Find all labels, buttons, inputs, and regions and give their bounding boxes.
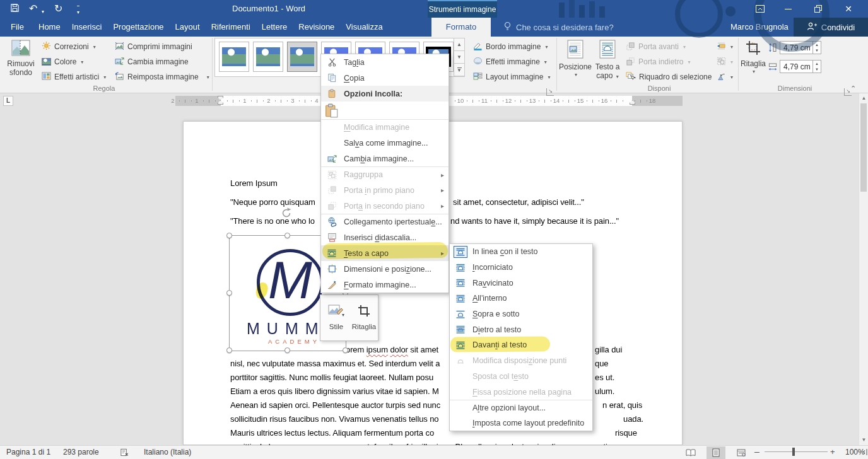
send-backward-button[interactable]: Porta indietro▾ — [626, 55, 690, 69]
menu-item-modifica-immagine[interactable]: Modifica immagine — [321, 119, 449, 135]
picture-style-thumbnail[interactable] — [219, 42, 249, 72]
menu-item-porta-in-primo-piano[interactable]: Porta in primo piano▸ — [321, 182, 449, 198]
menu-item-porta-in-secondo-piano[interactable]: Porta in secondo piano▸ — [321, 198, 449, 214]
image-rotation-handle[interactable] — [280, 207, 293, 222]
color-button[interactable]: Colore▾ — [42, 55, 83, 69]
zoom-percentage[interactable]: 100% — [845, 448, 865, 456]
save-icon[interactable] — [10, 3, 20, 15]
zoom-slider-track[interactable] — [765, 451, 828, 452]
corrections-button[interactable]: Correzioni▾ — [42, 40, 96, 54]
menu-item-opzioni-incolla[interactable]: Opzioni Incolla: — [321, 86, 449, 102]
selection-handle[interactable] — [226, 347, 232, 353]
undo-dropdown-caret[interactable]: ▾ — [42, 6, 44, 18]
tab-stop-selector[interactable]: L — [3, 96, 13, 106]
selection-handle[interactable] — [226, 290, 232, 296]
menu-item-incolla-opzione-immagine[interactable] — [321, 102, 449, 119]
web-layout-button[interactable] — [732, 446, 751, 459]
selection-handle[interactable] — [284, 233, 290, 238]
menu-item-raggruppa[interactable]: Raggruppa▸ — [321, 166, 449, 182]
zoom-fit-icon[interactable] — [863, 448, 868, 458]
picture-styles-dialog-launcher[interactable]: ↘ — [546, 88, 554, 96]
picture-layout-button[interactable]: Layout immagine▾ — [473, 70, 550, 84]
read-mode-button[interactable] — [681, 446, 700, 459]
page-indicator[interactable]: Pagina 1 di 1 — [6, 448, 50, 456]
menu-item-formato-immagine[interactable]: Formato immagine... — [321, 277, 449, 293]
minimize-button[interactable] — [776, 0, 800, 18]
menu-item-altre-opzioni-layout[interactable]: Altre opzioni layout... — [450, 400, 592, 415]
scroll-down-arrow[interactable]: ▼ — [859, 437, 868, 443]
proofing-errors-icon[interactable] — [120, 448, 129, 458]
zoom-in-button[interactable]: + — [830, 447, 835, 456]
undo-button[interactable]: ↶ — [29, 3, 37, 15]
bring-forward-button[interactable]: Porta avanti▾ — [626, 40, 686, 54]
menu-item-dietro-al-testo[interactable]: Dietro al testo — [450, 322, 592, 337]
gallery-scroll-up-button[interactable]: ▲ — [454, 38, 464, 51]
share-button[interactable]: Condividi — [794, 18, 868, 37]
shape-width-field[interactable]: 4,79 cm ▲▼ — [780, 60, 821, 73]
change-picture-button[interactable]: Cambia immagine — [115, 55, 189, 69]
selection-handle[interactable] — [284, 347, 290, 353]
zoom-out-button[interactable]: – — [754, 446, 760, 456]
menu-item-fissa-posizione-nella-pagina[interactable]: Fissa posizione nella pagina — [450, 384, 592, 400]
menu-item-sposta-col-testo[interactable]: Sposta col testo — [450, 369, 592, 385]
picture-style-thumbnail[interactable] — [253, 42, 283, 72]
rotate-objects-button[interactable]: ▾ — [717, 70, 733, 84]
selection-handle[interactable] — [343, 347, 348, 353]
scrollbar-thumb[interactable] — [860, 103, 867, 192]
language-indicator[interactable]: Italiano (Italia) — [144, 448, 191, 456]
gallery-scroll-down-button[interactable]: ▼ — [454, 51, 464, 64]
menu-item-incorniciato[interactable]: Incorniciato — [450, 260, 592, 276]
menu-item-sopra-e-sotto[interactable]: Sopra e sotto — [450, 306, 592, 322]
picture-style-thumbnail[interactable] — [287, 42, 317, 72]
contextual-tab-group-header[interactable]: Strumenti immagine — [428, 0, 497, 18]
align-objects-button[interactable]: ▾ — [717, 40, 733, 54]
menu-item-allinterno[interactable]: All'interno — [450, 291, 592, 306]
tab-formato[interactable]: Formato — [431, 18, 491, 37]
remove-background-button[interactable]: Rimuovi sfondo — [4, 38, 38, 77]
menu-item-salva-come-immagine[interactable]: Salva come immagine... — [321, 135, 449, 151]
menu-item-imposta-come-layout-predefinito[interactable]: Imposta come layout predefinito — [450, 415, 592, 431]
selection-pane-button[interactable]: Riquadro di selezione — [626, 70, 712, 84]
selection-handle[interactable] — [226, 233, 232, 238]
tab-riferimenti[interactable]: Riferimenti — [206, 18, 256, 37]
menu-item-copia[interactable]: Copia — [321, 70, 449, 86]
tell-me-box[interactable]: Che cosa si desidera fare? — [503, 18, 614, 37]
shape-width-stepper[interactable]: ▲▼ — [812, 61, 821, 73]
group-objects-button[interactable]: ▾ — [717, 55, 733, 69]
menu-item-davanti-al-testo[interactable]: Davanti al testo — [450, 337, 592, 353]
menu-item-collegamento-ipertestuale[interactable]: Collegamento ipertestuale... — [321, 214, 449, 230]
reset-picture-button[interactable]: Reimposta immagine▾ — [115, 70, 209, 84]
shape-height-field[interactable]: 4,79 cm ▲▼ — [780, 41, 821, 54]
menu-item-testo-a-capo[interactable]: Testo a capo▸ — [321, 245, 449, 261]
user-name[interactable]: Marco Brugnola — [730, 18, 789, 37]
shape-height-value[interactable]: 4,79 cm — [783, 44, 811, 52]
shape-width-value[interactable]: 4,79 cm — [783, 62, 811, 71]
menu-item-dimensioni-e-posizione[interactable]: Dimensioni e posizione... — [321, 261, 449, 277]
zoom-slider-thumb[interactable] — [792, 448, 795, 456]
wrap-text-button[interactable]: Testo a capo ▾ — [592, 38, 623, 81]
ribbon-display-options-button[interactable] — [748, 0, 772, 18]
picture-effects-button[interactable]: Effetti immagine▾ — [473, 55, 547, 69]
print-layout-button[interactable] — [707, 446, 725, 459]
menu-item-modifica-disposizione-punti[interactable]: Modifica disposizione punti — [450, 353, 592, 369]
crop-mini-button[interactable]: Ritaglia — [350, 295, 378, 339]
menu-item-taglia[interactable]: Taglia — [321, 54, 449, 70]
tab-progettazione[interactable]: Progettazione — [107, 18, 169, 37]
menu-item-in-linea-con-il-testo[interactable]: In linea con il testo — [450, 244, 592, 260]
picture-border-button[interactable]: Bordo immagine▾ — [473, 40, 548, 54]
tab-file[interactable]: File — [5, 18, 30, 37]
tab-layout[interactable]: Layout — [170, 18, 206, 37]
word-count[interactable]: 293 parole — [63, 448, 99, 456]
compress-pictures-button[interactable]: Comprimi immagini — [115, 40, 192, 54]
gallery-more-button[interactable]: ▼ — [454, 64, 464, 76]
customize-quick-access-icon[interactable]: ▾ — [77, 6, 79, 18]
menu-item-inserisci-didascalia[interactable]: Inserisci didascalia... — [321, 230, 449, 245]
shape-height-stepper[interactable]: ▲▼ — [812, 42, 821, 54]
scroll-up-arrow[interactable]: ▲ — [859, 95, 868, 101]
position-button[interactable]: Posizione ▾ — [559, 38, 592, 78]
redo-button[interactable]: ↻ — [54, 3, 62, 15]
restore-button[interactable] — [806, 0, 830, 18]
style-button[interactable]: ▾ Stile — [322, 295, 350, 339]
menu-item-cambia-immagine[interactable]: Cambia immagine... — [321, 151, 449, 166]
menu-item-ravvicinato[interactable]: Ravvicinato — [450, 275, 592, 291]
